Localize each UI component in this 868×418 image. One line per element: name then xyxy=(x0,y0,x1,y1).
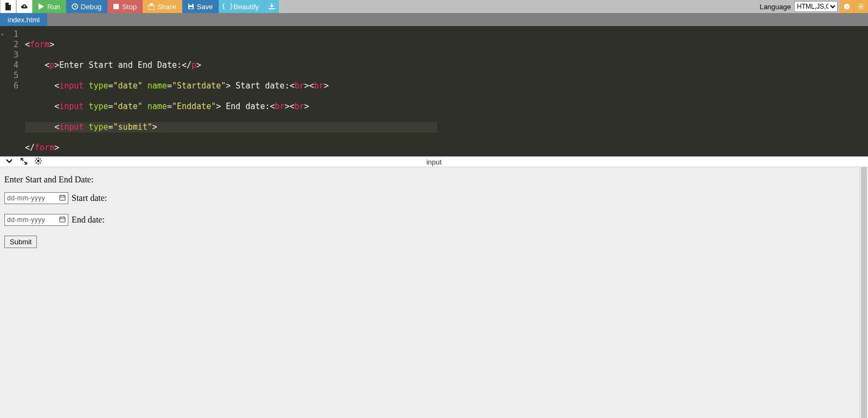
share-icon xyxy=(148,3,155,10)
braces-icon: { } xyxy=(224,3,231,10)
preview-heading: Enter Start and End Date: xyxy=(4,175,864,185)
svg-rect-2 xyxy=(189,4,192,5)
svg-point-8 xyxy=(37,160,39,162)
start-date-input[interactable]: dd-mm-yyyy xyxy=(4,192,68,204)
debug-label: Debug xyxy=(81,3,101,11)
line-number: 2 xyxy=(0,40,18,50)
submit-label: Submit xyxy=(10,238,31,246)
svg-rect-3 xyxy=(189,7,193,9)
line-number: 5 xyxy=(0,71,18,81)
code-editor[interactable]: 1 2 3 4 5 6 <form> <p>Enter Start and En… xyxy=(0,26,868,156)
editor-code[interactable]: <form> <p>Enter Start and End Date:</p> … xyxy=(23,26,437,156)
share-label: Share xyxy=(157,3,176,11)
line-number: 1 xyxy=(0,29,18,40)
end-date-input[interactable]: dd-mm-yyyy xyxy=(4,214,68,226)
fullscreen-output-button[interactable] xyxy=(21,157,27,167)
info-button[interactable]: i xyxy=(840,0,854,13)
tab-index-html[interactable]: index.html xyxy=(0,13,47,26)
svg-point-7 xyxy=(859,5,861,8)
main-toolbar: Run Debug Stop Share Save { } Beautify L… xyxy=(0,0,868,13)
output-title: input xyxy=(426,158,442,166)
svg-rect-9 xyxy=(60,195,65,200)
calendar-icon[interactable] xyxy=(59,194,66,202)
save-icon xyxy=(188,3,194,10)
new-file-button[interactable] xyxy=(0,0,16,13)
scrollbar-thumb[interactable] xyxy=(861,167,867,418)
start-date-row: dd-mm-yyyy Start date: xyxy=(4,192,864,204)
line-number: 6 xyxy=(0,81,18,91)
collapse-output-button[interactable] xyxy=(5,157,13,167)
save-label: Save xyxy=(197,3,213,11)
svg-rect-10 xyxy=(60,217,65,222)
stop-label: Stop xyxy=(122,3,137,11)
debug-icon xyxy=(72,3,78,10)
toolbar-spacer xyxy=(279,0,756,13)
expand-icon xyxy=(21,157,27,166)
output-settings-button[interactable] xyxy=(35,157,42,167)
run-label: Run xyxy=(47,3,60,11)
gear-icon xyxy=(858,3,864,10)
end-date-label: End date: xyxy=(72,215,105,225)
submit-button[interactable]: Submit xyxy=(4,236,37,248)
chevron-down-icon xyxy=(5,158,13,167)
end-date-placeholder: dd-mm-yyyy xyxy=(7,216,45,224)
debug-button[interactable]: Debug xyxy=(66,0,107,13)
cloud-upload-icon xyxy=(21,3,28,10)
output-preview: Enter Start and End Date: dd-mm-yyyy Sta… xyxy=(0,167,868,418)
svg-text:i: i xyxy=(846,4,847,9)
stop-icon xyxy=(113,3,119,10)
save-button[interactable]: Save xyxy=(182,0,219,13)
output-header: input xyxy=(0,156,868,167)
svg-rect-1 xyxy=(113,4,119,9)
start-date-label: Start date: xyxy=(72,193,107,203)
line-number: 4 xyxy=(0,60,18,71)
play-icon xyxy=(38,3,44,10)
download-button[interactable] xyxy=(265,0,279,13)
preview-scrollbar[interactable] xyxy=(859,167,868,418)
settings-button[interactable] xyxy=(854,0,868,13)
start-date-placeholder: dd-mm-yyyy xyxy=(7,194,45,202)
download-icon xyxy=(269,3,275,10)
tab-label: index.html xyxy=(8,16,40,24)
editor-gutter: 1 2 3 4 5 6 xyxy=(0,26,23,156)
language-label: Language xyxy=(756,3,794,11)
new-file-icon xyxy=(5,3,11,10)
share-button[interactable]: Share xyxy=(143,0,182,13)
line-number: 3 xyxy=(0,50,18,60)
beautify-label: Beautify xyxy=(233,3,259,11)
stop-button[interactable]: Stop xyxy=(107,0,143,13)
end-date-row: dd-mm-yyyy End date: xyxy=(4,214,864,226)
upload-button[interactable] xyxy=(16,0,33,13)
file-tabstrip: index.html xyxy=(0,13,868,26)
gear-icon xyxy=(35,157,42,166)
beautify-button[interactable]: { } Beautify xyxy=(219,0,265,13)
language-select[interactable]: HTML,JS,CSS xyxy=(794,1,838,12)
run-button[interactable]: Run xyxy=(33,0,66,13)
svg-rect-4 xyxy=(269,8,275,9)
calendar-icon[interactable] xyxy=(59,216,66,224)
info-icon: i xyxy=(844,3,850,10)
